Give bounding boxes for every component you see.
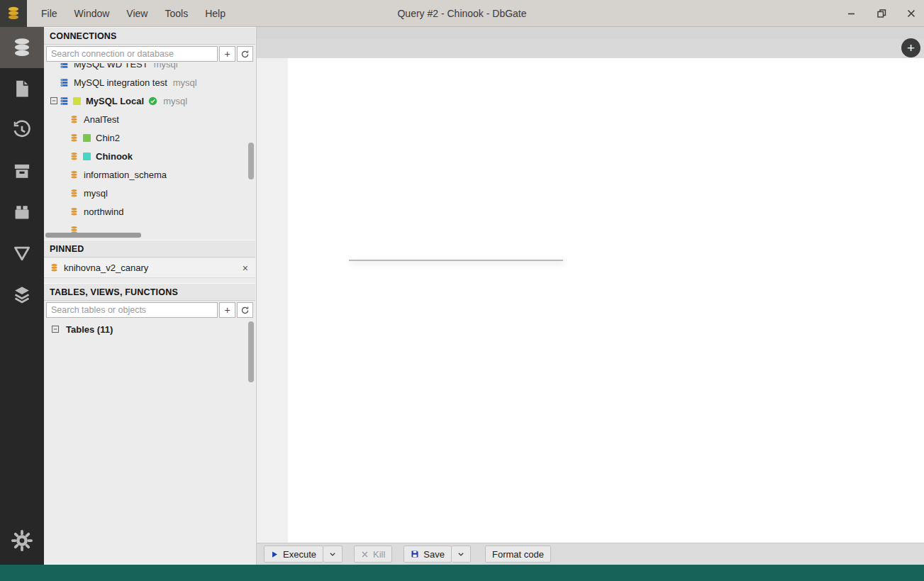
menu-file[interactable]: File <box>34 5 65 22</box>
database-icon <box>69 115 79 124</box>
database-icon[interactable] <box>0 27 44 68</box>
files-icon[interactable] <box>0 68 44 109</box>
tables-group-row[interactable]: Tables (11) <box>44 320 255 338</box>
layers-compare-icon[interactable] <box>0 274 44 315</box>
execute-button[interactable]: Execute <box>264 546 323 563</box>
item-label: AnalTest <box>84 114 119 125</box>
tables-search-input[interactable] <box>46 302 218 318</box>
database-item[interactable]: Chinook <box>44 147 255 165</box>
connection-item[interactable]: MySQL WD TESTmysql <box>44 63 255 73</box>
database-icon <box>69 170 79 179</box>
database-item[interactable]: information_schema <box>44 165 255 184</box>
group-label: Tables (11) <box>66 324 113 335</box>
item-label: MySQL WD TEST <box>74 63 148 70</box>
tables-list: Tables (11) <box>44 320 255 565</box>
add-connection-button[interactable]: + <box>219 46 235 62</box>
connected-check-icon <box>148 96 157 106</box>
status-bar <box>0 565 924 581</box>
connections-header: CONNECTIONS <box>44 27 255 45</box>
query-toolbar: Execute Kill Save Format code <box>257 543 924 565</box>
item-label: mysql <box>84 188 108 199</box>
titlebar: File Window View Tools Help Query #2 - C… <box>0 0 924 27</box>
server-icon <box>60 78 69 87</box>
connections-list: MySQL WD TESTmysqlMySQL integration test… <box>44 63 255 238</box>
unpin-close-icon[interactable]: × <box>243 262 248 274</box>
database-item[interactable]: Chin2 <box>44 128 255 147</box>
connections-search-row: + <box>44 45 255 63</box>
item-label: Chinook <box>96 151 133 162</box>
tables-header: TABLES, VIEWS, FUNCTIONS <box>44 283 255 301</box>
add-table-button[interactable]: + <box>219 302 235 318</box>
connection-item[interactable]: MySQL integration testmysql <box>44 73 255 92</box>
editor-gutter <box>257 58 288 543</box>
pinned-header: PINNED <box>44 240 255 258</box>
connections-vertical-scrollbar[interactable] <box>248 143 254 179</box>
color-square <box>83 153 91 160</box>
menubar: File Window View Tools Help <box>34 0 233 27</box>
app-logo-icon <box>0 0 27 27</box>
main-panel: + Execute Kill Save <box>257 27 924 565</box>
refresh-tables-icon[interactable] <box>237 302 253 318</box>
left-panel: CONNECTIONS + MySQL WD TESTmysqlMySQL in… <box>44 27 257 565</box>
window-controls <box>846 0 917 27</box>
connections-search-input[interactable] <box>46 46 218 62</box>
left-icon-rail <box>0 27 44 565</box>
database-item[interactable]: mysql <box>44 184 255 202</box>
tables-vertical-scrollbar[interactable] <box>248 321 254 382</box>
color-square <box>73 97 81 105</box>
database-icon <box>69 152 79 161</box>
autocomplete-popup <box>349 260 563 261</box>
menu-help[interactable]: Help <box>198 5 233 22</box>
save-button[interactable]: Save <box>403 546 452 563</box>
menu-tools[interactable]: Tools <box>157 5 195 22</box>
triangle-down-icon[interactable] <box>0 233 44 274</box>
collapse-icon[interactable] <box>48 96 60 105</box>
tables-search-row: + <box>44 301 255 319</box>
history-icon[interactable] <box>0 109 44 150</box>
tab-strip <box>257 39 924 58</box>
engine-label: mysql <box>173 77 197 88</box>
sql-editor[interactable] <box>257 58 924 543</box>
archive-icon[interactable] <box>0 150 44 192</box>
dbgate-window: File Window View Tools Help Query #2 - C… <box>0 0 924 581</box>
format-code-button[interactable]: Format code <box>485 546 551 563</box>
database-icon <box>50 263 59 272</box>
floppy-icon <box>411 550 419 558</box>
database-icon <box>69 207 79 216</box>
database-icon <box>69 189 79 198</box>
database-icon <box>69 133 79 143</box>
color-square <box>83 134 91 142</box>
minimize-icon[interactable] <box>846 8 857 19</box>
server-icon <box>60 96 69 106</box>
database-item[interactable]: AnalTest <box>44 110 255 128</box>
engine-label: mysql <box>154 63 178 70</box>
execute-dropdown-button[interactable] <box>323 546 343 563</box>
item-label: Chin2 <box>96 133 120 143</box>
tab-group-strip <box>257 27 924 39</box>
settings-gear-icon[interactable] <box>0 524 44 558</box>
restore-icon[interactable] <box>876 8 887 19</box>
item-label: information_schema <box>84 170 167 180</box>
item-label: MySQL Local <box>86 96 144 106</box>
connection-item[interactable]: MySQL Localmysql <box>44 92 255 110</box>
new-tab-button[interactable]: + <box>901 38 920 57</box>
item-label: MySQL integration test <box>74 77 167 88</box>
save-dropdown-button[interactable] <box>452 546 471 563</box>
kill-button[interactable]: Kill <box>354 546 392 563</box>
menu-view[interactable]: View <box>119 5 155 22</box>
connections-horizontal-scrollbar[interactable] <box>45 233 141 238</box>
pinned-item[interactable]: knihovna_v2_canary × <box>44 258 255 278</box>
server-icon <box>60 63 69 69</box>
close-icon[interactable] <box>906 8 917 19</box>
kill-x-icon <box>361 550 369 558</box>
engine-label: mysql <box>163 96 187 106</box>
menu-window[interactable]: Window <box>67 5 117 22</box>
plugins-brick-icon[interactable] <box>0 192 44 233</box>
play-icon <box>271 550 279 558</box>
item-label: northwind <box>84 206 123 217</box>
pinned-item-label: knihovna_v2_canary <box>64 262 148 273</box>
collapse-icon[interactable] <box>50 325 61 333</box>
database-item[interactable]: northwind <box>44 202 255 221</box>
refresh-connections-icon[interactable] <box>237 46 253 62</box>
